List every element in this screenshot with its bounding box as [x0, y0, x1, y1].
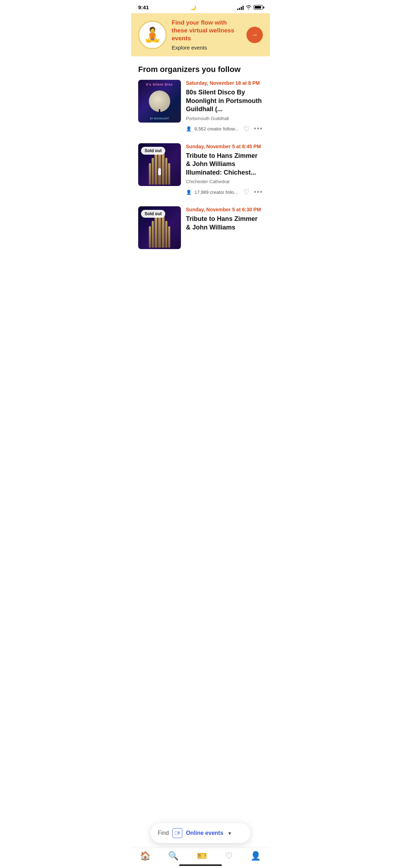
status-icons — [237, 5, 263, 10]
event-info-1: Saturday, November 18 at 8 PM 80s Silent… — [186, 80, 263, 133]
person-icon-2: 👤 — [186, 190, 192, 195]
event-card-2[interactable]: Sold out Sunday, November 5 at 8:45 PM T… — [131, 143, 270, 206]
event-thumb-1: 0's Silent Disc BY MOONLIGHT — [138, 80, 181, 123]
arrow-right-icon: → — [251, 31, 258, 39]
event-followers-1: 8,562 creator follow... — [194, 126, 240, 131]
sold-out-badge-3: Sold out — [141, 210, 165, 218]
event-venue-2: Chichester Cathedral — [186, 179, 263, 184]
event-thumb-2: Sold out — [138, 143, 181, 186]
status-bar: 9:41 🌙 — [131, 0, 270, 13]
banner-text: Find your flow with these virtual wellne… — [172, 19, 241, 51]
event-meta-2: 👤 17,989 creator follo... ♡ ••• — [186, 188, 263, 196]
event-date-1: Saturday, November 18 at 8 PM — [186, 80, 263, 86]
event-meta-1: 👤 8,562 creator follow... ♡ ••• — [186, 125, 263, 133]
disco-text-overlay: 0's Silent Disc — [138, 83, 181, 86]
sold-out-badge-2: Sold out — [141, 147, 165, 155]
section-title: From organizers you follow — [131, 56, 270, 80]
event-card-3[interactable]: Sold out Sunday, November 5 at 6:30 PM T… — [131, 206, 270, 292]
disco-subtext-overlay: BY MOONLIGHT — [138, 117, 181, 120]
event-date-3: Sunday, November 5 at 6:30 PM — [186, 206, 263, 213]
event-followers-2: 17,989 creator follo... — [194, 190, 240, 195]
moon-icon: 🌙 — [190, 5, 196, 10]
event-info-3: Sunday, November 5 at 6:30 PM Tribute to… — [186, 206, 263, 249]
event-actions-1: ♡ ••• — [243, 125, 263, 133]
event-venue-1: Portsmouth Guildhall — [186, 116, 263, 121]
event-title-3: Tribute to Hans Zimmer & John Williams — [186, 215, 263, 232]
more-options-icon-2[interactable]: ••• — [254, 188, 263, 196]
signal-icon — [237, 5, 244, 10]
wifi-icon — [246, 5, 251, 10]
banner-title: Find your flow with these virtual wellne… — [172, 19, 241, 42]
disco-figure-icon — [159, 109, 160, 113]
banner-avatar: 🧘 — [138, 21, 167, 49]
event-info-2: Sunday, November 5 at 8:45 PM Tribute to… — [186, 143, 263, 196]
event-thumb-3: Sold out — [138, 206, 181, 249]
more-options-icon-1[interactable]: ••• — [254, 125, 263, 133]
event-title-1: 80s Silent Disco By Moonlight in Portsmo… — [186, 88, 263, 113]
banner-subtitle: Explore events — [172, 45, 241, 51]
conductor-figure-icon — [158, 168, 161, 175]
disco-moon-icon — [149, 91, 170, 112]
event-date-2: Sunday, November 5 at 8:45 PM — [186, 143, 263, 150]
banner-arrow-button[interactable]: → — [246, 27, 263, 43]
battery-icon — [254, 5, 263, 10]
event-card-1[interactable]: 0's Silent Disc BY MOONLIGHT Saturday, N… — [131, 80, 270, 143]
wellness-banner[interactable]: 🧘 Find your flow with these virtual well… — [131, 13, 270, 56]
event-actions-2: ♡ ••• — [243, 188, 263, 196]
event-title-2: Tribute to Hans Zimmer & John Williams I… — [186, 152, 263, 177]
heart-icon-1[interactable]: ♡ — [243, 125, 250, 133]
yoga-figure-icon: 🧘 — [139, 22, 166, 48]
status-time: 9:41 — [138, 4, 149, 10]
person-icon-1: 👤 — [186, 126, 192, 131]
heart-icon-2[interactable]: ♡ — [243, 188, 250, 196]
